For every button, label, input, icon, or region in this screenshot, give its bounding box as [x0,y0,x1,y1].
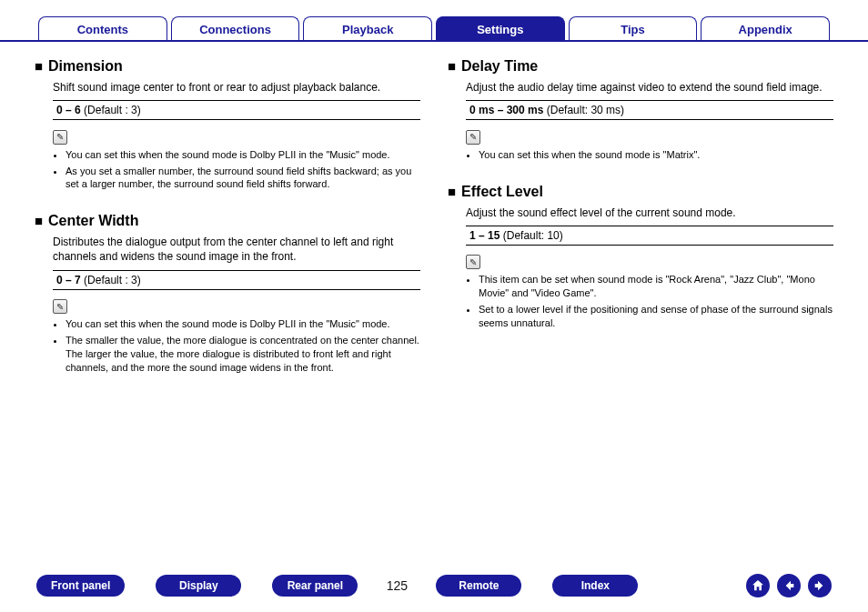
setting-range: 0 – 6 (Default : 3) [53,100,420,120]
section-description: Distributes the dialogue output from the… [53,235,420,264]
tab-playback[interactable]: Playback [303,16,432,40]
notes-list: You can set this when the sound mode is … [53,317,420,374]
note-item: As you set a smaller number, the surroun… [66,165,420,192]
bottom-bar: Front panel Display Rear panel 125 Remot… [0,574,868,597]
section-heading: Center Width [35,213,420,229]
right-column: Delay Time Adjust the audio delay time a… [448,58,833,396]
range-value: 0 – 7 [56,274,81,286]
note-badge-row: ✎ [466,127,833,145]
section-heading: Dimension [35,58,420,75]
section-description: Adjust the audio delay time against vide… [466,80,833,95]
page-content: Dimension Shift sound image center to fr… [0,42,868,396]
note-item: You can set this when the sound mode is … [66,148,420,162]
note-badge-row: ✎ [53,127,420,145]
tab-contents[interactable]: Contents [38,16,167,40]
notes-list: This item can be set when sound mode is … [466,273,833,329]
pencil-icon: ✎ [53,299,67,314]
notes-list: You can set this when the sound mode is … [53,148,420,192]
setting-range: 1 – 15 (Default: 10) [466,226,833,246]
pencil-icon: ✎ [53,130,67,145]
tab-connections[interactable]: Connections [171,16,300,40]
home-icon[interactable] [746,574,770,597]
note-item: You can set this when the sound mode is … [479,148,833,162]
range-default: (Default : 3) [84,274,141,286]
forward-icon[interactable] [808,574,832,597]
tab-tips[interactable]: Tips [569,16,698,40]
section-center-width: Center Width Distributes the dialogue ou… [35,213,420,374]
range-value: 0 ms – 300 ms [469,104,543,116]
page-number: 125 [381,578,412,593]
note-badge-row: ✎ [53,297,420,315]
section-delay-time: Delay Time Adjust the audio delay time a… [448,58,833,162]
note-badge-row: ✎ [466,253,833,270]
link-remote[interactable]: Remote [436,575,521,597]
range-value: 0 – 6 [56,104,81,116]
section-heading: Delay Time [448,58,833,75]
range-default: (Default: 30 ms) [547,104,624,116]
range-default: (Default : 3) [84,104,141,116]
setting-range: 0 – 7 (Default : 3) [53,270,420,290]
link-rear-panel[interactable]: Rear panel [272,575,358,597]
note-item: You can set this when the sound mode is … [66,317,420,331]
back-icon[interactable] [777,574,801,597]
top-tabs: Contents Connections Playback Settings T… [0,0,868,42]
range-default: (Default: 10) [503,229,563,242]
section-effect-level: Effect Level Adjust the sound effect lev… [448,184,833,330]
section-description: Shift sound image center to front or rea… [53,80,420,95]
tab-appendix[interactable]: Appendix [701,16,830,40]
note-item: This item can be set when sound mode is … [479,273,833,300]
notes-list: You can set this when the sound mode is … [466,148,833,162]
left-column: Dimension Shift sound image center to fr… [35,58,420,396]
link-display[interactable]: Display [156,575,241,597]
range-value: 1 – 15 [469,229,500,242]
note-item: The smaller the value, the more dialogue… [66,334,420,375]
pencil-icon: ✎ [466,130,480,145]
link-front-panel[interactable]: Front panel [36,575,125,597]
note-item: Set to a lower level if the positioning … [479,303,833,330]
link-index[interactable]: Index [552,575,638,597]
section-dimension: Dimension Shift sound image center to fr… [35,58,420,191]
pencil-icon: ✎ [466,255,480,269]
tab-settings[interactable]: Settings [436,16,565,40]
setting-range: 0 ms – 300 ms (Default: 30 ms) [466,100,833,120]
section-heading: Effect Level [448,184,833,200]
section-description: Adjust the sound effect level of the cur… [466,206,833,220]
